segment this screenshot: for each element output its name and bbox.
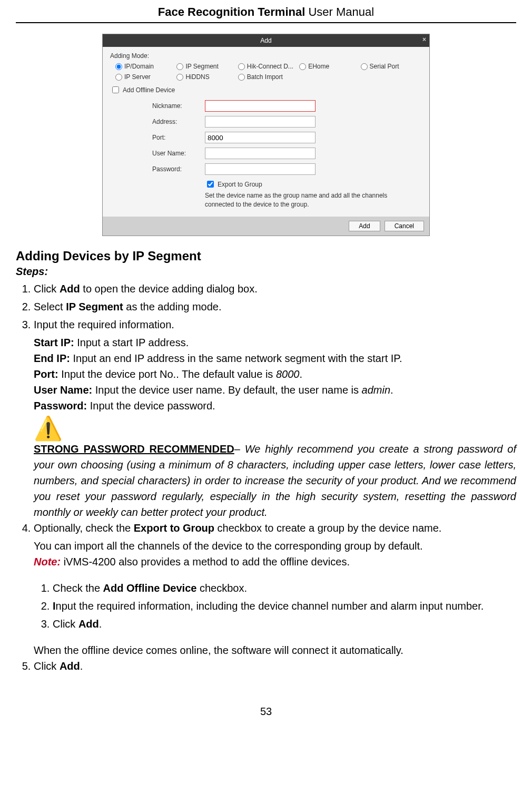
end-ip-line: End IP: Input an end IP address in the s… — [34, 350, 516, 366]
steps-label: Steps: — [16, 266, 516, 278]
radio-hiddns[interactable]: HiDDNS — [176, 73, 238, 81]
start-ip-line: Start IP: Input a start IP address. — [34, 335, 516, 350]
radio-serial-port[interactable]: Serial Port — [361, 63, 422, 70]
add-dialog: Add × Adding Mode: IP/Domain IP Segment … — [102, 34, 430, 236]
substep-2: Input the required information, includin… — [53, 598, 516, 614]
substep-3: Click Add. — [53, 616, 516, 632]
note-line: Note: iVMS-4200 also provides a method t… — [34, 554, 516, 570]
export-to-group-checkbox[interactable]: Export to Group — [205, 179, 422, 189]
page-number: 53 — [16, 706, 516, 718]
step-5: Click Add. — [34, 658, 516, 674]
radio-ip-segment[interactable]: IP Segment — [176, 63, 238, 70]
step-4-after: When the offline device comes online, th… — [34, 642, 516, 658]
step-4-line2: You can import all the channels of the d… — [34, 538, 516, 554]
substep-1: Check the Add Offline Device checkbox. — [53, 580, 516, 596]
radio-hik-connect[interactable]: Hik-Connect D... — [238, 63, 299, 70]
radio-batch-import[interactable]: Batch Import — [238, 73, 299, 81]
dialog-titlebar: Add × — [103, 34, 429, 47]
username-input[interactable] — [205, 148, 316, 159]
radio-ip-domain[interactable]: IP/Domain — [115, 63, 176, 70]
header-bold: Face Recognition Terminal — [158, 5, 306, 18]
page-header: Face Recognition Terminal User Manual — [16, 5, 516, 23]
address-input[interactable] — [205, 116, 316, 128]
port-input[interactable] — [205, 132, 316, 143]
dialog-title: Add — [260, 37, 271, 44]
username-line: User Name: Input the device user name. B… — [34, 382, 516, 398]
strong-password-note: STRONG PASSWORD RECOMMENDED– We highly r… — [34, 441, 516, 520]
adding-mode-label: Adding Mode: — [110, 52, 422, 60]
port-line: Port: Input the device port No.. The def… — [34, 366, 516, 382]
step-1: Click Add to open the device adding dial… — [34, 281, 516, 297]
close-icon[interactable]: × — [422, 36, 426, 43]
username-label: User Name: — [152, 150, 205, 157]
radio-ip-server[interactable]: IP Server — [115, 73, 176, 81]
add-button[interactable]: Add — [349, 221, 380, 231]
header-normal: User Manual — [305, 5, 374, 18]
step-4: Optionally, check the Export to Group ch… — [34, 520, 516, 536]
nickname-label: Nickname: — [152, 102, 205, 110]
password-input[interactable] — [205, 163, 316, 175]
step-3: Input the required information. — [34, 317, 516, 332]
export-note: Set the device name as the group name an… — [205, 191, 405, 209]
nickname-input[interactable] — [205, 100, 316, 112]
address-label: Address: — [152, 118, 205, 125]
cancel-button[interactable]: Cancel — [385, 221, 424, 231]
port-label: Port: — [152, 134, 205, 141]
password-line: Password: Input the device password. — [34, 398, 516, 414]
section-title: Adding Devices by IP Segment — [16, 249, 516, 263]
step-2: Select IP Segment as the adding mode. — [34, 299, 516, 315]
adding-mode-radios: IP/Domain IP Segment Hik-Connect D... EH… — [115, 63, 422, 81]
radio-ehome[interactable]: EHome — [299, 63, 360, 70]
password-label: Password: — [152, 165, 205, 173]
add-offline-checkbox[interactable]: Add Offline Device — [110, 85, 422, 95]
warning-icon: ⚠️ — [34, 417, 516, 440]
